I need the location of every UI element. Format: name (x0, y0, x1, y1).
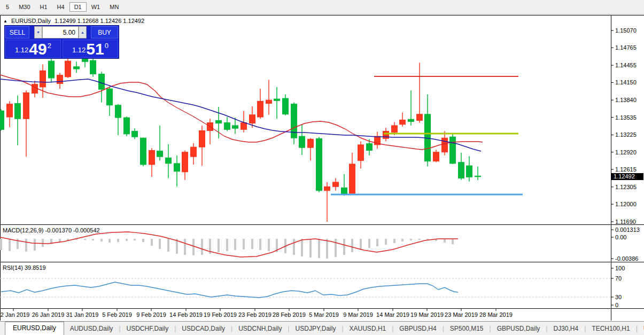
price-axis-label: 1.12920 (615, 149, 637, 155)
sell-price-prefix: 1.12 (15, 46, 28, 53)
symbol-tab-usdcad-daily[interactable]: USDCAD,Daily (176, 323, 231, 334)
indicator-axis-label: 70 (615, 275, 622, 282)
symbol-tab-usdchf-daily[interactable]: USDCHF,Daily (121, 323, 175, 334)
date-axis-label: 23 Feb 2019 (238, 311, 271, 318)
symbol-tab-sp500-m15[interactable]: SP500,M15 (444, 323, 490, 334)
symbol-tab-audusd-daily[interactable]: AUDUSD,Daily (64, 323, 119, 334)
price-axis-label: 1.11690 (615, 219, 636, 225)
date-axis-label: 23 Mar 2019 (445, 311, 478, 318)
sell-button[interactable]: SELL (5, 26, 29, 38)
chart-symbol-title: EURUSD,Daily (11, 18, 51, 24)
symbol-tab-gbpusd-h4[interactable]: GBPUSD,H4 (393, 323, 442, 334)
symbol-tab-bar: EURUSD,DailyAUDUSD,Daily|USDCHF,Daily|US… (0, 321, 644, 335)
current-price-tag: 1.12492 (611, 173, 643, 180)
one-click-trading-panel: SELL ▼ 5.00 ▲ BUY 1.12 49 2 1.12 51 0 (4, 25, 119, 59)
buy-button[interactable]: BUY (91, 26, 118, 38)
date-axis-label: 9 Mar 2019 (343, 311, 373, 318)
buy-price-pipette: 0 (105, 42, 108, 49)
price-axis-label: 1.12000 (615, 201, 637, 207)
indicator-axis-label: 30 (615, 294, 622, 300)
symbol-tab-gbpusd-daily[interactable]: GBPUSD,Daily (491, 323, 546, 334)
buy-price-big-digits: 51 (86, 42, 104, 56)
date-axis-label: 28 Feb 2019 (273, 311, 306, 318)
indicator-axis-label: 0 (615, 302, 618, 308)
indicator-axis-label: 0.00 (615, 234, 626, 240)
symbol-tab-tech100-h1[interactable]: TECH100,H1 (586, 323, 635, 334)
date-axis-label: 31 Jan 2019 (66, 311, 99, 318)
date-axis-label: 14 Feb 2019 (169, 311, 203, 318)
chart-header: ▲ EURUSD,Daily 1.12499 1.12668 1.12426 1… (3, 18, 144, 24)
sell-price-big-digits: 49 (29, 42, 46, 56)
collapse-triangle-icon[interactable]: ▲ (3, 19, 7, 24)
price-axis-label: 1.12615 (615, 166, 637, 173)
price-axis-label: 1.12305 (615, 184, 637, 190)
price-axis-label: 1.14765 (615, 44, 637, 51)
indicator-axis-label: 0.001313 (615, 227, 640, 233)
price-axis-label: 1.14455 (615, 62, 637, 68)
symbol-tab-eurusd-daily[interactable]: EURUSD,Daily (5, 322, 64, 335)
buy-price-prefix: 1.12 (72, 46, 86, 53)
date-axis-label: 28 Mar 2019 (479, 311, 513, 318)
date-axis-label: 19 Mar 2019 (410, 311, 444, 318)
date-axis-label: 19 Feb 2019 (204, 311, 237, 318)
date-axis-label: 5 Mar 2019 (309, 311, 339, 318)
date-axis-label: 9 Feb 2019 (136, 311, 166, 318)
sell-price-box[interactable]: 1.12 49 2 (5, 40, 61, 58)
indicator-axis-label: 100 (615, 265, 625, 271)
sell-price-pipette: 2 (48, 42, 51, 49)
price-axis-label: 1.14150 (615, 79, 637, 85)
rsi-indicator-label: RSI(14) 39.8519 (3, 264, 46, 271)
volume-increase-button[interactable]: ▲ (79, 26, 87, 38)
date-axis-label: 22 Jan 2019 (0, 311, 29, 318)
symbol-tab-ui[interactable]: UI (638, 323, 644, 334)
price-axis-label: 1.13225 (615, 131, 637, 138)
symbol-tab-usdcnh-daily[interactable]: USDCNH,Daily (232, 323, 288, 334)
trading-platform-window: 5M30H1H4D1W1MN ▲ EURUSD,Daily 1.12499 1.… (0, 0, 644, 335)
macd-indicator-label: MACD(12,26,9) -0.001370 -0.000542 (3, 227, 100, 233)
date-axis-label: 5 Feb 2019 (102, 311, 132, 318)
price-axis-label: 1.13840 (615, 97, 637, 103)
trade-panel-price-row: 1.12 49 2 1.12 51 0 (5, 38, 119, 58)
buy-price-box[interactable]: 1.12 51 0 (63, 40, 118, 58)
price-axis-label: 1.13535 (615, 114, 637, 121)
symbol-tab-xauusd-h1[interactable]: XAUUSD,H1 (344, 323, 392, 334)
indicator-axis-label: -0.00386 (615, 255, 638, 262)
volume-input[interactable]: 5.00 (42, 26, 79, 38)
date-axis-label: 26 Jan 2019 (32, 311, 65, 318)
date-axis-label: 14 Mar 2019 (376, 311, 409, 318)
chart-ohlc-values: 1.12499 1.12668 1.12426 1.12492 (55, 18, 144, 24)
symbol-tab-dj30-h4[interactable]: DJ30,H4 (547, 323, 584, 334)
symbol-tab-usdjpy-daily[interactable]: USDJPY,Daily (290, 323, 342, 334)
price-axis-label: 1.15070 (615, 27, 637, 34)
trade-panel-top-row: SELL ▼ 5.00 ▲ BUY (5, 26, 119, 38)
volume-decrease-button[interactable]: ▼ (34, 26, 42, 38)
